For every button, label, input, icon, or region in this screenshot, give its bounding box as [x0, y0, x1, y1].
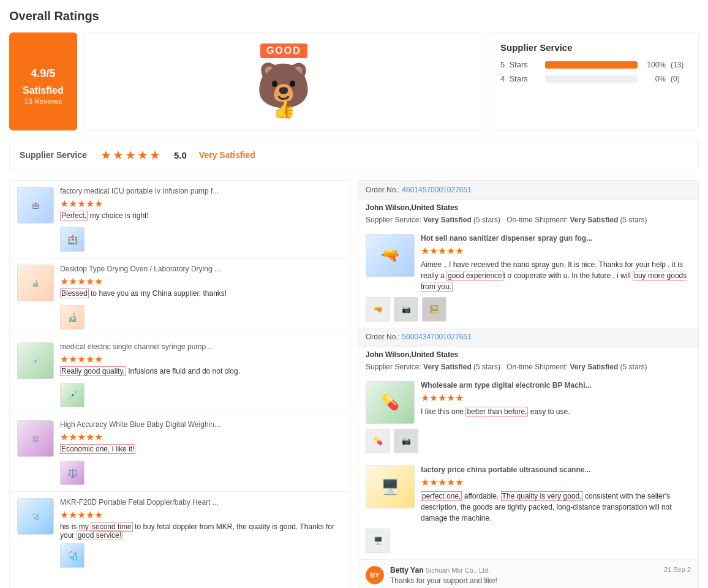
left-review-item: 🩺 MKR-F20D Portable Fetal Doppler/baby H…: [10, 492, 350, 574]
avatar-initials: BY: [366, 566, 384, 584]
review-content: medical electric single channel syringe …: [60, 342, 342, 375]
stars-label-4: 4 Stars: [500, 74, 540, 83]
right-product-content-1: Hot sell nano sanitizer dispenser spray …: [421, 234, 691, 292]
right-product-img-3: 🖥️: [366, 466, 415, 508]
product-name: Desktop Type Drying Oven / Laboratory Dr…: [60, 265, 342, 273]
order-header-1: Order No.: 46014570001027651: [358, 181, 698, 200]
supplier-stars-2: (5 stars): [473, 363, 500, 371]
product-thumbnail: 🏥: [17, 187, 54, 224]
highlight-text: Blessed: [60, 288, 89, 298]
review-thumb[interactable]: 💉: [60, 383, 85, 407]
seller-avatar: BY: [366, 566, 384, 584]
left-reviews-panel: 🏥 factory medical ICU portable Iv Infusi…: [9, 180, 350, 588]
bar-count-4: (0): [671, 75, 689, 83]
right-reviews-panel: Order No.: 46014570001027651 John Wilson…: [358, 180, 699, 588]
highlight-text: better than before,: [465, 407, 528, 417]
order-section-2: Order No.: 50004347001027651 John Wilson…: [358, 328, 698, 459]
thumb-row: ⚖️: [60, 461, 342, 485]
stars-row-4: 4 Stars 0% (0): [500, 74, 689, 83]
reviewer-info-1: John Wilson,United States: [358, 200, 698, 216]
seller-reply-header: Betty Yan Sichuan Mkr Co., Ltd. 21 Sep 2: [390, 566, 691, 575]
bar-pct-5: 100%: [642, 61, 666, 69]
order-section-1: Order No.: 46014570001027651 John Wilson…: [358, 181, 698, 328]
shipment-val-2: Very Satisfied: [570, 363, 619, 371]
order-number-2: 50004347001027651: [402, 333, 471, 341]
product-thumbnail: 🩺: [17, 498, 54, 535]
right-thumb[interactable]: 📷: [394, 297, 418, 322]
supplier-service-bar: Supplier Service ★★★★★ 5.0 Very Satisfie…: [9, 140, 699, 170]
mascot-box: GOOD 🐻 👍: [83, 32, 484, 130]
supplier-stars-1: (5 stars): [473, 216, 500, 224]
product-thumbnail: ⚖️: [17, 420, 54, 457]
highlight-text: Perfect,: [60, 211, 88, 221]
right-product-content-3: factory price china portable ultrasound …: [421, 466, 691, 524]
right-thumb[interactable]: 📷: [394, 429, 418, 453]
right-thumb[interactable]: 💊: [366, 429, 390, 453]
right-thumb[interactable]: 🖥️: [366, 529, 390, 553]
right-thumb[interactable]: 🔫: [366, 297, 390, 322]
left-review-item: ⚖️ High Accuracy White Blue Baby Digital…: [10, 414, 350, 492]
rating-label: Satisfied: [23, 85, 64, 96]
thumb-row: 🏥: [60, 227, 342, 252]
seller-reply-content: Betty Yan Sichuan Mkr Co., Ltd. 21 Sep 2…: [390, 566, 691, 585]
product-name: medical electric single channel syringe …: [60, 342, 342, 351]
product-name: factory medical ICU portable Iv Infusion…: [60, 187, 342, 195]
service-info-2: Supplier Service: Very Satisfied (5 star…: [358, 363, 698, 375]
left-review-item: 🔬 Desktop Type Drying Oven / Laboratory …: [10, 258, 350, 336]
right-thumb-row-3: 🖥️: [366, 529, 691, 553]
review-text: his is my second time to buy fetal doppl…: [60, 522, 342, 540]
left-review-item: 💉 medical electric single channel syring…: [10, 336, 350, 414]
right-thumb[interactable]: 🖼️: [422, 297, 446, 322]
reply-date: 21 Sep 2: [664, 566, 691, 575]
good-badge: GOOD: [260, 43, 307, 58]
supplier-service-title: Supplier Service: [500, 42, 689, 53]
right-product-name-1: Hot sell nano sanitizer dispenser spray …: [421, 234, 691, 243]
review-stars: ★★★★★: [60, 509, 342, 521]
highlight-text: good experience: [446, 271, 503, 281]
thumb-row: 🩺: [60, 543, 342, 568]
right-review-text-3: perfect one, affordable. The quality is …: [421, 491, 691, 524]
rating-reviews: 13 Reviews: [24, 97, 62, 106]
right-product-name-3: factory price china portable ultrasound …: [421, 466, 691, 474]
shipment-val-1: Very Satisfied: [570, 216, 619, 224]
review-stars: ★★★★★: [60, 276, 342, 287]
right-review-stars-3: ★★★★★: [421, 477, 691, 488]
highlight-text: Economic one, i like it!: [60, 444, 135, 454]
bar-pct-4: 0%: [642, 75, 666, 83]
right-product-content-2: Wholesale arm type digital electronic BP…: [421, 381, 691, 417]
right-product-img-2: 💊: [366, 381, 415, 424]
left-review-item: 🏥 factory medical ICU portable Iv Infusi…: [10, 181, 350, 258]
review-text: Economic one, i like it!: [60, 445, 342, 453]
seller-name: Betty Yan: [390, 566, 423, 575]
supplier-service-bar-label: Supplier Service: [20, 150, 93, 160]
stars-row-5: 5 Stars 100% (13): [500, 60, 689, 69]
reviewer-name-1: John Wilson,United States: [366, 203, 458, 212]
product-thumbnail: 💉: [17, 342, 54, 379]
stars-label-5: 5 Stars: [500, 60, 540, 69]
right-thumb-row-2: 💊 📷: [366, 429, 691, 453]
review-thumb[interactable]: 🔬: [60, 305, 85, 330]
shipment-stars-1: (5 stars): [620, 216, 647, 224]
right-product-img-1: 🔫: [366, 234, 415, 277]
overall-rating-box: 4.9/5 Satisfied 13 Reviews: [9, 32, 77, 130]
right-product-name-2: Wholesale arm type digital electronic BP…: [421, 381, 691, 390]
review-thumb[interactable]: 🏥: [60, 227, 85, 252]
highlight-text: Really good quality,: [60, 366, 126, 376]
shipment-stars-2: (5 stars): [620, 363, 647, 371]
product-name: MKR-F20D Portable Fetal Doppler/baby Hea…: [60, 498, 342, 507]
review-thumb[interactable]: 🩺: [60, 543, 85, 568]
reviewer-name-2: John Wilson,United States: [366, 350, 458, 359]
order-number-1: 46014570001027651: [402, 186, 471, 194]
review-stars: ★★★★★: [60, 353, 342, 365]
rating-score: 4.9/5: [31, 57, 55, 83]
highlight-text-2: good service!: [77, 530, 122, 540]
bar-count-5: (13): [671, 61, 689, 69]
seller-reply: BY Betty Yan Sichuan Mkr Co., Ltd. 21 Se…: [358, 559, 698, 588]
supplier-service-stars: ★★★★★: [100, 148, 162, 162]
review-content: factory medical ICU portable Iv Infusion…: [60, 187, 342, 220]
review-text: Perfect, my choice is right!: [60, 211, 342, 220]
right-review-stars-1: ★★★★★: [421, 245, 691, 257]
service-info-1: Supplier Service: Very Satisfied (5 star…: [358, 216, 698, 228]
review-thumb[interactable]: ⚖️: [60, 461, 85, 485]
bar-container-5: [545, 61, 638, 69]
